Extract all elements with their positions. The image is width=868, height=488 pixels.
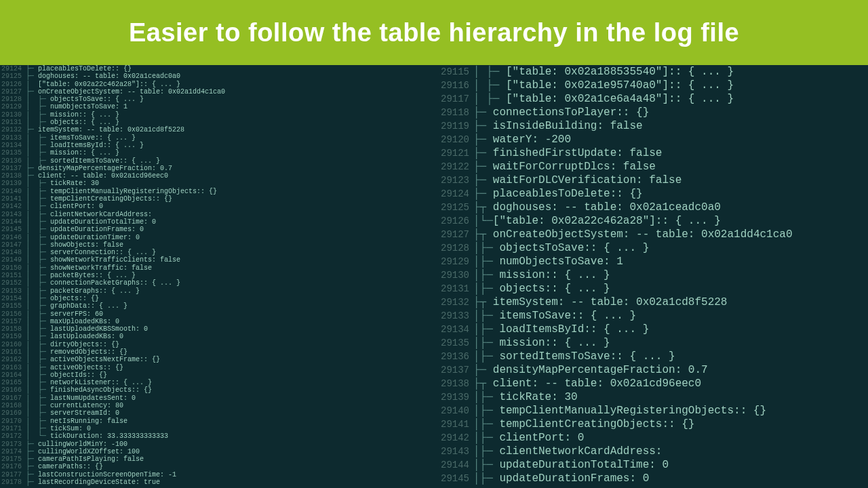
log-line: 29178├─ lastRecordingDeviceState: true	[0, 479, 434, 486]
line-number: 29120	[434, 133, 473, 146]
tree-guide: │ ├─	[26, 234, 50, 241]
log-text: mission:: { ... }	[499, 336, 610, 350]
log-text: itemSystem: -- table: 0x02a1cd8f5228	[38, 126, 184, 134]
log-line: 29177├─ lastConstructionScreenOpenTime: …	[0, 471, 434, 479]
line-number: 29172	[0, 432, 26, 440]
log-text: tempClientManuallyRegisteringObjects:: {…	[499, 404, 766, 418]
log-text: isInsideBuilding: false	[493, 119, 643, 133]
line-number: 29123	[434, 174, 473, 187]
tree-guide: ├─	[473, 174, 493, 187]
log-text: sortedItemsToSave:: { ... }	[499, 350, 675, 363]
line-number: 29135	[0, 149, 26, 157]
line-number: 29155	[0, 302, 26, 310]
tree-guide: │ ├─	[26, 310, 50, 318]
log-line: 29136│├─ sortedItemsToSave:: { ... }	[434, 350, 868, 363]
log-line: 29141│├─ tempClientCreatingObjects:: {}	[434, 418, 868, 431]
tree-guide: ├─	[473, 119, 493, 133]
log-pane-right[interactable]: 29115│ ├─ ["table: 0x02a188535540"]:: { …	[434, 65, 868, 488]
log-text: updateDurationTotalTime: 0	[50, 218, 156, 226]
tree-guide: ├─	[26, 165, 38, 172]
log-line: 29127├─ onCreateObjectSystem: -- table: …	[0, 88, 434, 96]
log-text: removedObjects:: {}	[50, 348, 127, 356]
tree-guide: ├─	[26, 73, 38, 80]
log-line: 29175├─ cameraPathIsPlaying: false	[0, 455, 434, 463]
log-text: client: -- table: 0x02a1cd96eec0	[38, 172, 168, 180]
line-number: 29124	[434, 187, 473, 201]
log-line: 29133│├─ itemsToSave:: { ... }	[434, 309, 868, 323]
line-number: 29141	[0, 195, 26, 203]
line-number: 29139	[0, 180, 26, 187]
line-number: 29154	[0, 295, 26, 302]
log-text: numObjectsToSave: 1	[499, 255, 623, 268]
tree-guide: ├┬	[473, 377, 493, 390]
line-number: 29165	[0, 379, 26, 386]
tree-guide: │ ├─	[26, 256, 50, 264]
log-text: maxUploadedKBs: 0	[50, 318, 119, 325]
line-number: 29130	[434, 268, 473, 282]
log-line: 29120├─ waterY: -200	[434, 133, 868, 146]
tree-guide: ├─	[473, 160, 493, 174]
tree-guide: │├─	[473, 309, 499, 323]
tree-guide: │ ├─	[26, 386, 50, 394]
line-number: 29131	[0, 119, 26, 126]
tree-guide: │ └─	[26, 432, 50, 440]
tree-guide: │ ├─	[26, 149, 50, 157]
log-line: 29135│ ├─ mission:: { ... }	[0, 149, 434, 157]
line-number: 29160	[0, 341, 26, 348]
log-text: clientNetworkCardAddress:	[499, 445, 662, 458]
log-text: finishedAsyncObjects:: {}	[50, 386, 152, 394]
log-line: 29126│ ["table: 0x02a22c462a28"]:: { ...…	[0, 81, 434, 88]
tree-guide: │ ├─	[26, 318, 50, 325]
tree-guide: ├─	[26, 65, 38, 73]
log-pane-left[interactable]: 29124├─ placeablesToDelete:: {}29125├─ d…	[0, 65, 434, 488]
log-line: 29127├┬ onCreateObjectSystem: -- table: …	[434, 228, 868, 241]
line-number: 29162	[0, 356, 26, 363]
log-text: tempClientManuallyRegisteringObjects:: {…	[50, 188, 217, 195]
log-line: 29142│ ├─ clientPort: 0	[0, 203, 434, 210]
line-number: 29125	[0, 73, 26, 80]
tree-guide: │ ├─	[473, 92, 506, 106]
tree-guide: │├─	[473, 350, 499, 363]
log-line: 29134│ ├─ loadItemsById:: { ... }	[0, 142, 434, 149]
tree-guide: ├─	[473, 106, 493, 119]
log-line: 29144│ ├─ updateDurationTotalTime: 0	[0, 218, 434, 226]
line-number: 29134	[434, 323, 473, 336]
log-text: objectsToSave:: { ... }	[499, 241, 649, 255]
log-line: 29138├─ client: -- table: 0x02a1cd96eec0	[0, 172, 434, 180]
tree-guide: ├─	[26, 88, 38, 96]
log-text: lastUploadedKBs: 0	[50, 333, 123, 340]
log-text: ["table: 0x02a22c462a28"]:: { ... }	[493, 214, 721, 228]
tree-guide: │ ├─	[26, 348, 50, 356]
line-number: 29137	[434, 363, 473, 377]
log-line: 29146│ ├─ updateDurationTimer: 0	[0, 234, 434, 241]
log-text: activeObjectsNextFrame:: {}	[50, 356, 160, 363]
tree-guide: │ ├─	[26, 211, 50, 218]
log-line: 29163│ ├─ activeObjects:: {}	[0, 364, 434, 371]
log-line: 29142│├─ clientPort: 0	[434, 431, 868, 445]
tree-guide: │├─	[473, 255, 499, 268]
line-number: 29161	[0, 348, 26, 356]
tree-guide: │ ├─	[26, 180, 50, 187]
line-number: 29115	[434, 65, 473, 79]
log-text: waterY: -200	[493, 133, 571, 146]
log-text: objectsToSave:: { ... }	[50, 96, 144, 103]
log-line: 29140│├─ tempClientManuallyRegisteringOb…	[434, 404, 868, 418]
log-text: ["table: 0x02a188535540"]:: { ... }	[506, 65, 734, 79]
log-line: 29131│ ├─ objects:: { ... }	[0, 119, 434, 126]
line-number: 29158	[0, 325, 26, 333]
line-number: 29118	[434, 106, 473, 119]
line-number: 29145	[434, 472, 473, 485]
log-line: 29118├─ connectionsToPlayer:: {}	[434, 106, 868, 119]
tree-guide: │├─	[473, 418, 499, 431]
log-line: 29159│ ├─ lastUploadedKBs: 0	[0, 333, 434, 340]
line-number: 29127	[0, 88, 26, 96]
tree-guide: │ ├─	[26, 295, 50, 302]
log-line: 29164│ ├─ objectIds:: {}	[0, 371, 434, 379]
log-line: 29172│ └─ tickDuration: 33.333333333333	[0, 432, 434, 440]
line-number: 29131	[434, 282, 473, 296]
log-text: ["table: 0x02a1ce6a4a48"]:: { ... }	[506, 92, 734, 106]
line-number: 29149	[0, 256, 26, 264]
log-text: packetBytes:: { ... }	[50, 272, 136, 279]
line-number: 29140	[434, 404, 473, 418]
tree-guide: │ ├─	[473, 65, 506, 79]
